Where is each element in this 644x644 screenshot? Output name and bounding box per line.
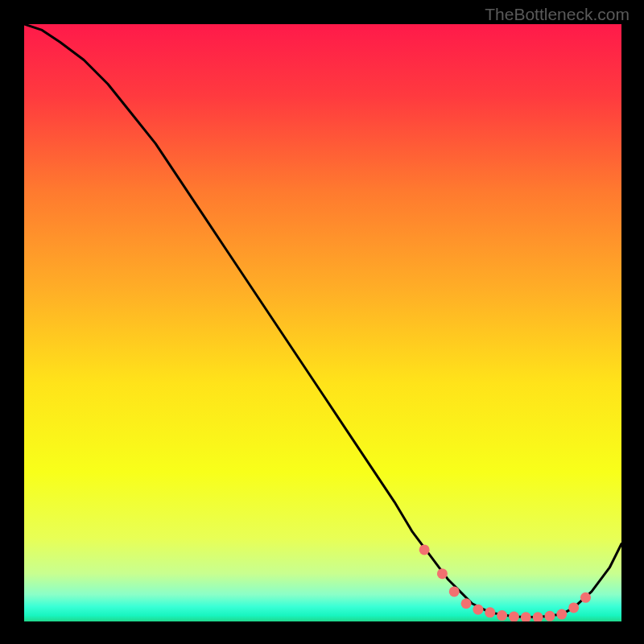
watermark-text: TheBottleneck.com	[485, 5, 630, 24]
chart-svg	[24, 24, 621, 621]
chart-container: TheBottleneck.com	[0, 0, 644, 644]
data-marker	[449, 586, 460, 597]
data-marker	[437, 568, 448, 579]
plot-area	[24, 24, 621, 621]
data-marker	[485, 607, 495, 617]
data-marker	[461, 598, 472, 609]
data-marker	[497, 610, 507, 621]
data-marker	[568, 602, 579, 613]
data-marker	[580, 592, 591, 603]
data-marker	[544, 611, 555, 621]
data-marker	[419, 544, 430, 555]
data-marker	[556, 609, 567, 620]
data-marker	[509, 612, 519, 621]
data-marker	[473, 605, 483, 615]
gradient-background	[24, 24, 621, 621]
